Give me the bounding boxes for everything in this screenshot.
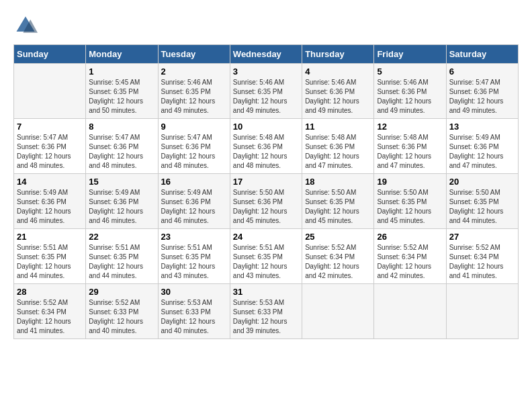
day-number: 21 <box>17 232 83 242</box>
day-number: 12 <box>377 122 443 132</box>
calendar-cell: 28Sunrise: 5:52 AM Sunset: 6:34 PM Dayli… <box>14 284 86 339</box>
day-info: Sunrise: 5:49 AM Sunset: 6:36 PM Dayligh… <box>161 188 227 226</box>
day-number: 29 <box>89 287 154 297</box>
weekday-header-monday: Monday <box>86 45 158 64</box>
calendar-cell <box>14 64 86 119</box>
day-number: 4 <box>305 66 371 77</box>
day-number: 24 <box>233 232 299 242</box>
calendar-cell: 13Sunrise: 5:49 AM Sunset: 6:36 PM Dayli… <box>446 119 518 174</box>
calendar-cell: 9Sunrise: 5:47 AM Sunset: 6:36 PM Daylig… <box>158 119 230 174</box>
day-number: 31 <box>233 287 299 297</box>
day-info: Sunrise: 5:52 AM Sunset: 6:34 PM Dayligh… <box>377 243 443 281</box>
day-info: Sunrise: 5:49 AM Sunset: 6:36 PM Dayligh… <box>17 188 83 226</box>
calendar-cell: 23Sunrise: 5:51 AM Sunset: 6:35 PM Dayli… <box>158 229 230 284</box>
day-info: Sunrise: 5:49 AM Sunset: 6:36 PM Dayligh… <box>89 188 154 226</box>
day-number: 6 <box>449 66 515 77</box>
day-number: 5 <box>377 66 443 77</box>
day-info: Sunrise: 5:50 AM Sunset: 6:35 PM Dayligh… <box>449 188 515 226</box>
calendar-cell: 30Sunrise: 5:53 AM Sunset: 6:33 PM Dayli… <box>158 284 230 339</box>
calendar-cell: 4Sunrise: 5:46 AM Sunset: 6:36 PM Daylig… <box>302 64 374 119</box>
day-number: 23 <box>161 232 227 242</box>
day-info: Sunrise: 5:45 AM Sunset: 6:35 PM Dayligh… <box>89 78 154 116</box>
day-info: Sunrise: 5:46 AM Sunset: 6:35 PM Dayligh… <box>233 78 299 116</box>
calendar-week-row: 7Sunrise: 5:47 AM Sunset: 6:36 PM Daylig… <box>14 119 519 174</box>
calendar-cell: 29Sunrise: 5:52 AM Sunset: 6:33 PM Dayli… <box>86 284 158 339</box>
day-info: Sunrise: 5:50 AM Sunset: 6:36 PM Dayligh… <box>233 188 299 226</box>
day-info: Sunrise: 5:49 AM Sunset: 6:36 PM Dayligh… <box>449 133 515 171</box>
page-header <box>13 13 519 38</box>
day-info: Sunrise: 5:51 AM Sunset: 6:35 PM Dayligh… <box>17 243 83 281</box>
calendar-cell: 20Sunrise: 5:50 AM Sunset: 6:35 PM Dayli… <box>446 174 518 229</box>
day-number: 8 <box>89 122 154 132</box>
calendar-cell: 27Sunrise: 5:52 AM Sunset: 6:34 PM Dayli… <box>446 229 518 284</box>
day-number: 28 <box>17 287 83 297</box>
calendar-header-row: SundayMondayTuesdayWednesdayThursdayFrid… <box>14 45 519 64</box>
calendar-cell: 2Sunrise: 5:46 AM Sunset: 6:35 PM Daylig… <box>158 64 230 119</box>
day-info: Sunrise: 5:48 AM Sunset: 6:36 PM Dayligh… <box>305 133 371 171</box>
calendar-cell: 7Sunrise: 5:47 AM Sunset: 6:36 PM Daylig… <box>14 119 86 174</box>
day-number: 18 <box>305 177 371 187</box>
day-info: Sunrise: 5:50 AM Sunset: 6:35 PM Dayligh… <box>377 188 443 226</box>
day-number: 13 <box>449 122 515 132</box>
day-info: Sunrise: 5:51 AM Sunset: 6:35 PM Dayligh… <box>161 243 227 281</box>
day-number: 20 <box>449 177 515 187</box>
day-info: Sunrise: 5:47 AM Sunset: 6:36 PM Dayligh… <box>89 133 154 171</box>
weekday-header-tuesday: Tuesday <box>158 45 230 64</box>
day-info: Sunrise: 5:51 AM Sunset: 6:35 PM Dayligh… <box>89 243 154 281</box>
day-number: 25 <box>305 232 371 242</box>
day-info: Sunrise: 5:52 AM Sunset: 6:33 PM Dayligh… <box>89 298 154 336</box>
calendar-cell: 6Sunrise: 5:47 AM Sunset: 6:36 PM Daylig… <box>446 64 518 119</box>
calendar-cell <box>302 284 374 339</box>
day-number: 16 <box>161 177 227 187</box>
calendar-cell: 21Sunrise: 5:51 AM Sunset: 6:35 PM Dayli… <box>14 229 86 284</box>
day-info: Sunrise: 5:46 AM Sunset: 6:36 PM Dayligh… <box>305 78 371 116</box>
weekday-header-saturday: Saturday <box>446 45 518 64</box>
day-info: Sunrise: 5:52 AM Sunset: 6:34 PM Dayligh… <box>305 243 371 281</box>
day-info: Sunrise: 5:52 AM Sunset: 6:34 PM Dayligh… <box>449 243 515 281</box>
calendar-cell: 19Sunrise: 5:50 AM Sunset: 6:35 PM Dayli… <box>374 174 446 229</box>
calendar-cell <box>374 284 446 339</box>
calendar-cell: 17Sunrise: 5:50 AM Sunset: 6:36 PM Dayli… <box>230 174 302 229</box>
day-info: Sunrise: 5:47 AM Sunset: 6:36 PM Dayligh… <box>17 133 83 171</box>
day-info: Sunrise: 5:46 AM Sunset: 6:35 PM Dayligh… <box>161 78 227 116</box>
calendar-cell <box>446 284 518 339</box>
logo-icon <box>13 13 38 38</box>
calendar-cell: 1Sunrise: 5:45 AM Sunset: 6:35 PM Daylig… <box>86 64 158 119</box>
day-info: Sunrise: 5:53 AM Sunset: 6:33 PM Dayligh… <box>233 298 299 336</box>
day-info: Sunrise: 5:50 AM Sunset: 6:35 PM Dayligh… <box>305 188 371 226</box>
calendar-cell: 15Sunrise: 5:49 AM Sunset: 6:36 PM Dayli… <box>86 174 158 229</box>
calendar-cell: 8Sunrise: 5:47 AM Sunset: 6:36 PM Daylig… <box>86 119 158 174</box>
day-number: 7 <box>17 122 83 132</box>
calendar-cell: 22Sunrise: 5:51 AM Sunset: 6:35 PM Dayli… <box>86 229 158 284</box>
weekday-header-friday: Friday <box>374 45 446 64</box>
calendar-cell: 18Sunrise: 5:50 AM Sunset: 6:35 PM Dayli… <box>302 174 374 229</box>
day-number: 11 <box>305 122 371 132</box>
weekday-header-thursday: Thursday <box>302 45 374 64</box>
day-number: 26 <box>377 232 443 242</box>
day-number: 17 <box>233 177 299 187</box>
day-info: Sunrise: 5:47 AM Sunset: 6:36 PM Dayligh… <box>161 133 227 171</box>
calendar-cell: 24Sunrise: 5:51 AM Sunset: 6:35 PM Dayli… <box>230 229 302 284</box>
day-info: Sunrise: 5:48 AM Sunset: 6:36 PM Dayligh… <box>233 133 299 171</box>
day-number: 14 <box>17 177 83 187</box>
day-number: 2 <box>161 66 227 77</box>
day-info: Sunrise: 5:47 AM Sunset: 6:36 PM Dayligh… <box>449 78 515 116</box>
day-number: 30 <box>161 287 227 297</box>
day-number: 15 <box>89 177 154 187</box>
day-info: Sunrise: 5:46 AM Sunset: 6:36 PM Dayligh… <box>377 78 443 116</box>
day-number: 3 <box>233 66 299 77</box>
calendar-cell: 10Sunrise: 5:48 AM Sunset: 6:36 PM Dayli… <box>230 119 302 174</box>
day-number: 1 <box>89 66 154 77</box>
calendar-week-row: 14Sunrise: 5:49 AM Sunset: 6:36 PM Dayli… <box>14 174 519 229</box>
day-number: 10 <box>233 122 299 132</box>
calendar-cell: 5Sunrise: 5:46 AM Sunset: 6:36 PM Daylig… <box>374 64 446 119</box>
calendar-week-row: 28Sunrise: 5:52 AM Sunset: 6:34 PM Dayli… <box>14 284 519 339</box>
weekday-header-sunday: Sunday <box>14 45 86 64</box>
day-number: 27 <box>449 232 515 242</box>
calendar-cell: 11Sunrise: 5:48 AM Sunset: 6:36 PM Dayli… <box>302 119 374 174</box>
calendar-cell: 3Sunrise: 5:46 AM Sunset: 6:35 PM Daylig… <box>230 64 302 119</box>
day-info: Sunrise: 5:53 AM Sunset: 6:33 PM Dayligh… <box>161 298 227 336</box>
calendar-cell: 12Sunrise: 5:48 AM Sunset: 6:36 PM Dayli… <box>374 119 446 174</box>
day-info: Sunrise: 5:51 AM Sunset: 6:35 PM Dayligh… <box>233 243 299 281</box>
calendar-cell: 26Sunrise: 5:52 AM Sunset: 6:34 PM Dayli… <box>374 229 446 284</box>
